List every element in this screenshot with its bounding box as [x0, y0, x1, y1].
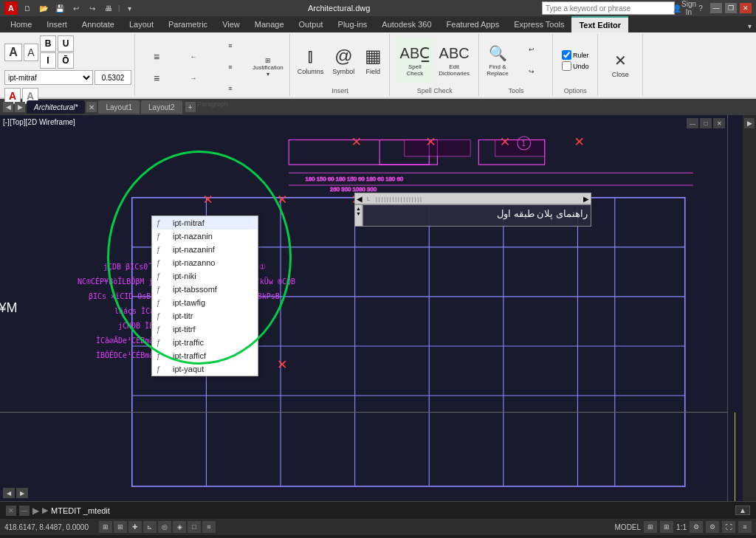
ruler-option[interactable]: Ruler [562, 50, 589, 60]
tab-view[interactable]: View [215, 16, 247, 32]
align-right-button[interactable]: ≡ [213, 78, 248, 99]
undo-small-button[interactable]: ↩ [514, 39, 549, 60]
tab-close-button[interactable]: ✕ [86, 102, 97, 112]
text-ctrl-up[interactable]: ▲ [356, 206, 361, 211]
cmd-expand-button[interactable]: ▲ [735, 506, 750, 515]
polar-button[interactable]: ◎ [158, 521, 171, 533]
undo-checkbox[interactable] [562, 61, 571, 71]
font-option-ipt-mitraf[interactable]: ƒ ipt-mitraf [152, 216, 258, 230]
undo-opt[interactable]: Undo [562, 61, 589, 71]
tab-home[interactable]: Home [3, 16, 39, 32]
font-option-ipt-titr[interactable]: ƒ ipt-titr [152, 309, 258, 323]
tab-output[interactable]: Output [292, 16, 331, 32]
font-option-ipt-nazaninf[interactable]: ƒ ipt-nazaninf [152, 243, 258, 256]
tab-manage[interactable]: Manage [247, 16, 292, 32]
close-button[interactable]: ✕ [740, 3, 752, 13]
help-button[interactable]: ? [694, 1, 707, 15]
qa-menu-button[interactable]: ▾ [123, 1, 136, 15]
maximize-button[interactable]: ❐ [725, 3, 737, 13]
italic-button[interactable]: I [40, 52, 56, 69]
find-replace-button[interactable]: 🔍 Find &Replace [483, 38, 512, 83]
scroll-left-button[interactable]: ◀ [3, 488, 15, 498]
command-input[interactable] [51, 506, 732, 515]
settings-button[interactable]: ⚙ [706, 521, 719, 533]
font-option-ipt-tabssomf[interactable]: ƒ ipt-tabssomf [152, 283, 258, 296]
tab-annotate[interactable]: Annotate [75, 16, 122, 32]
ruler-scroll-left[interactable]: ◀ [355, 195, 364, 203]
ruler-checkbox[interactable] [562, 50, 571, 60]
tab-prev-button[interactable]: ◀ [3, 102, 13, 112]
numbering-button[interactable]: ≡ [139, 68, 174, 89]
tab-add-button[interactable]: + [185, 102, 196, 112]
align-center-button[interactable]: ≡ [213, 57, 248, 77]
sign-in-button[interactable]: 👤 Sign In [678, 1, 691, 15]
edit-dict-button[interactable]: ABC EditDictionaries [435, 38, 473, 83]
font-option-ipt-niki[interactable]: ƒ ipt-niki [152, 269, 258, 283]
tab-featured[interactable]: Featured Apps [439, 16, 507, 32]
ribbon-collapse-button[interactable]: ▾ [743, 19, 756, 32]
font-option-ipt-tawfig[interactable]: ƒ ipt-tawfig [152, 296, 258, 309]
tab-insert[interactable]: Insert [39, 16, 75, 32]
save-button[interactable]: 💾 [53, 1, 66, 15]
font-option-ipt-yaqut[interactable]: ƒ ipt-yaqut [152, 362, 258, 376]
annotation-scale-button[interactable]: ⊞ [660, 521, 673, 533]
editor-close-button[interactable]: ✕ Close [607, 43, 633, 87]
underline-button[interactable]: U [58, 35, 74, 52]
font-select[interactable]: ipt-mitraf [4, 70, 93, 85]
print-button[interactable]: 🖶 [102, 1, 115, 15]
font-size-input[interactable] [94, 70, 131, 85]
cmd-minimize-button[interactable]: — [19, 506, 30, 516]
bold-button[interactable]: B [40, 35, 56, 52]
font-option-ipt-nazanno[interactable]: ƒ ipt-nazanno [152, 256, 258, 269]
customize-button[interactable]: ≡ [738, 521, 752, 533]
ortho-button[interactable]: ⊾ [143, 521, 157, 533]
redo-button[interactable]: ↪ [86, 1, 99, 15]
bullets-button[interactable]: ≡ [139, 46, 174, 67]
osnap-button[interactable]: □ [188, 521, 201, 533]
align-left-button[interactable]: ≡ [213, 35, 248, 56]
tab-layout2[interactable]: Layout2 [141, 100, 182, 114]
redo-small-button[interactable]: ↪ [514, 61, 549, 82]
fullscreen-button[interactable]: ⛶ [722, 521, 735, 533]
tab-text-editor[interactable]: Text Editor [571, 16, 628, 32]
tab-express[interactable]: Express Tools [506, 16, 571, 32]
indent-dec-button[interactable]: ← [176, 46, 211, 67]
undo-button[interactable]: ↩ [69, 1, 83, 15]
cmd-close-button[interactable]: ✕ [6, 506, 16, 516]
tab-layout[interactable]: Layout [122, 16, 161, 32]
font-option-ipt-titrf[interactable]: ƒ ipt-titrf [152, 323, 258, 336]
overline-button[interactable]: Ō [58, 52, 74, 69]
tab-layout1[interactable]: Layout1 [98, 100, 140, 114]
right-panel-toggle[interactable]: ▶ [744, 118, 755, 128]
isoplane-button[interactable]: ◈ [173, 521, 186, 533]
tab-autodesk360[interactable]: Autodesk 360 [374, 16, 439, 32]
minimize-button[interactable]: — [710, 3, 722, 13]
tab-architectural[interactable]: Architectural* [27, 100, 85, 114]
text-content-box[interactable]: راهنمای پلان طبقه اول [362, 204, 591, 227]
spell-check-button[interactable]: ABC̲ SpellCheck [396, 38, 434, 83]
grid-button[interactable]: ⊞ [114, 521, 127, 533]
field-button[interactable]: ▦ Field [360, 38, 386, 83]
font-option-ipt-traffic[interactable]: ƒ ipt-traffic [152, 336, 258, 349]
text-ctrl-down[interactable]: ▼ [356, 211, 361, 216]
tab-plugins[interactable]: Plug-ins [331, 16, 375, 32]
indent-inc-button[interactable]: → [176, 68, 211, 89]
vp-scale-button[interactable]: ⊞ [644, 521, 657, 533]
workspace-button[interactable]: ⚙ [690, 521, 703, 533]
tab-parametric[interactable]: Parametric [161, 16, 215, 32]
font-option-ipt-nazanin[interactable]: ƒ ipt-nazanin [152, 230, 258, 243]
search-input[interactable] [542, 1, 675, 15]
open-button[interactable]: 📂 [37, 1, 50, 15]
symbol-button[interactable]: @ Symbol [329, 38, 358, 83]
justification-button[interactable]: ⊞ Justification ▾ [250, 49, 286, 86]
new-button[interactable]: 🗋 [21, 1, 34, 15]
columns-button[interactable]: ⫿ Columns [294, 38, 328, 83]
model-indicator[interactable]: ⊞ [99, 521, 112, 533]
ruler-scroll-right[interactable]: ▶ [582, 195, 591, 203]
font-option-ipt-trafficf[interactable]: ƒ ipt-trafficf [152, 349, 258, 362]
drawing-area[interactable]: [-][Top][2D Wireframe] — □ ✕ ¥M [0, 115, 743, 501]
snap-button[interactable]: ✚ [128, 521, 142, 533]
tab-next-button[interactable]: ▶ [15, 102, 25, 112]
scroll-right-button[interactable]: ▶ [16, 488, 28, 498]
lineweight-button[interactable]: ≡ [202, 521, 216, 533]
